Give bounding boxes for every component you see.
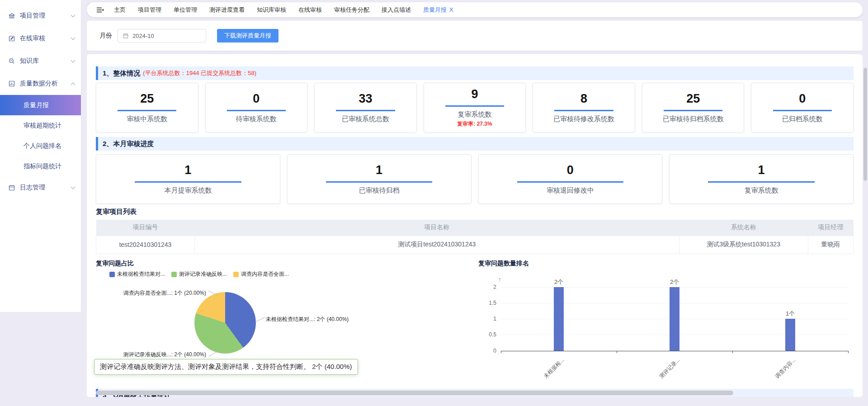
report-panel: 1、整体情况 (平台系统总数：1944 已提交系统总数：58) 25审核中系统数…	[87, 54, 863, 397]
stat-card: 0审核退回修改中	[478, 154, 663, 204]
sidebar-item-online-review[interactable]: 在线审核	[0, 27, 81, 50]
nav-tab-1[interactable]: 项目管理	[138, 6, 161, 14]
stat-label: 已审核系统总数	[342, 115, 389, 123]
stat-value: 1	[184, 163, 191, 177]
stat-underline	[135, 181, 241, 183]
pie-label-survey-content: 调查内容是否全面...: 1个 (20.00%)	[108, 289, 206, 297]
section-title: 1、整体情况	[103, 69, 140, 78]
sidebar-item-log-management[interactable]: 日志管理	[0, 176, 81, 199]
legend-item[interactable]: 未根据检查结果对...	[109, 270, 165, 278]
stat-value: 0	[253, 92, 259, 106]
x-axis-tick	[732, 351, 733, 353]
vertical-scrollbar[interactable]	[863, 68, 867, 181]
y-tick-label: 0.5	[478, 331, 496, 338]
nav-tab-0[interactable]: 主页	[114, 6, 126, 14]
table-cell: 测试3级系统test10301323	[679, 236, 808, 254]
sidebar-item-label: 在线审核	[20, 34, 71, 42]
month-picker[interactable]	[118, 29, 206, 42]
bar	[554, 287, 564, 351]
sidebar-item-project-management[interactable]: 项目管理	[0, 5, 81, 27]
legend-color-chip	[171, 272, 177, 277]
download-report-button[interactable]: 下载测评质量月报	[217, 29, 278, 42]
stat-card: 0已归档系统数	[751, 83, 854, 132]
calendar-icon	[123, 33, 129, 39]
sidebar-subitem-indicator-issue-stats[interactable]: 指标问题统计	[0, 156, 81, 176]
legend-label: 未根据检查结果对...	[117, 270, 165, 278]
section-header-progress: 2、本月审核进度	[96, 137, 854, 151]
knowledge-icon	[8, 57, 15, 65]
pie-chart	[194, 292, 256, 354]
stat-underline	[708, 181, 814, 183]
active-tab-label: 质量月报	[423, 6, 447, 13]
stat-card: 25已审核待归档系统数	[642, 83, 745, 132]
nav-tab-7[interactable]: 接入点描述	[382, 6, 411, 14]
x-category-label: 调查内容...	[763, 356, 797, 391]
pie-label-line	[255, 316, 265, 321]
legend-item[interactable]: 测评记录准确反映...	[171, 270, 227, 278]
sidebar-item-label: 质量数据分析	[20, 80, 71, 88]
review-table-title: 复审项目列表	[96, 208, 854, 216]
nav-tab-4[interactable]: 知识库审核	[257, 6, 286, 14]
table-cell: test202410301243	[96, 236, 195, 254]
sidebar-subitem-quality-monthly-report[interactable]: 质量月报	[0, 95, 81, 115]
stat-card: 9复审系统数复审率: 27.3%	[424, 83, 526, 132]
pie-label-eval-record: 测评记录准确反映...: 2个 (40.00%)	[108, 351, 206, 359]
bank-icon	[8, 12, 15, 19]
overview-stat-cards: 25审核中系统数0待审核系统数33已审核系统总数9复审系统数复审率: 27.3%…	[96, 83, 854, 132]
stat-label: 已审核待归档	[359, 186, 400, 195]
stat-underline	[664, 110, 722, 111]
horizontal-scrollbar[interactable]	[96, 391, 733, 395]
stat-extra-note: 复审率: 27.3%	[457, 120, 492, 128]
sidebar-subitem-personal-issue-ranking[interactable]: 个人问题排名	[0, 136, 81, 156]
analysis-icon	[8, 80, 15, 87]
stat-card: 33已审核系统总数	[314, 83, 417, 132]
x-axis-tick	[501, 351, 501, 353]
section-title: 2、本月审核进度	[103, 140, 154, 148]
stat-label: 已审核待归档系统数	[663, 115, 724, 123]
stat-label: 已审核待修改系统数	[553, 115, 614, 123]
nav-tab-2[interactable]: 单位管理	[174, 6, 197, 14]
nav-tab-5[interactable]: 在线审核	[298, 6, 322, 14]
collapse-menu-icon[interactable]	[96, 6, 104, 14]
sidebar-item-quality-data-analysis[interactable]: 质量数据分析	[0, 72, 81, 95]
stat-value: 0	[567, 163, 574, 177]
stat-card: 1本月提审系统数	[96, 154, 280, 204]
bar-value-label: 2个	[554, 278, 563, 286]
stat-value: 1	[376, 163, 382, 177]
stat-label: 本月提审系统数	[164, 186, 212, 195]
stat-underline	[517, 181, 623, 183]
month-label: 月份	[99, 32, 112, 40]
legend-item[interactable]: 调查内容是否全面...	[233, 270, 289, 278]
x-axis-line	[501, 351, 848, 351]
section-header-overview: 1、整体情况 (平台系统总数：1944 已提交系统总数：58)	[96, 66, 854, 80]
close-icon[interactable]: X	[449, 6, 453, 13]
stat-card: 8已审核待修改系统数	[533, 83, 635, 132]
stat-card: 25审核中系统数	[96, 83, 198, 132]
sidebar-item-knowledge-base[interactable]: 知识库	[0, 50, 81, 72]
table-header-cell: 项目名称	[194, 220, 679, 236]
chevron-down-icon	[71, 184, 75, 189]
stat-underline	[227, 110, 286, 111]
bar-chart-box: 复审问题数量排名 ↑ 00.511.522个未根据检...2个测评记录...1个…	[478, 260, 854, 384]
stat-value: 1	[758, 163, 765, 177]
x-category-label: 未根据检...	[532, 356, 566, 391]
stat-value: 0	[799, 92, 806, 106]
charts-row: 复审问题占比 未根据检查结果对...测评记录准确反映...调查内容是否全面...…	[96, 260, 854, 384]
table-header-cell: 项目编号	[96, 220, 195, 236]
sidebar-subitem-review-overdue-stats[interactable]: 审核超期统计	[0, 115, 81, 136]
stat-label: 待审核系统数	[236, 115, 277, 123]
table-cell: 测试项目test202410301243	[194, 236, 679, 254]
nav-tab-6[interactable]: 审核任务分配	[334, 6, 369, 14]
table-cell: 董晓雨	[808, 236, 854, 254]
month-input[interactable]	[132, 33, 201, 39]
chevron-down-icon	[71, 35, 75, 40]
chevron-down-icon	[71, 13, 75, 17]
y-tick-label: 2	[478, 284, 496, 290]
stat-underline	[326, 181, 432, 183]
table-body: test202410301243测试项目test202410301243测试3级…	[96, 236, 854, 254]
stat-value: 25	[140, 92, 154, 106]
bar-value-label: 2个	[670, 278, 679, 286]
y-tick-label: 1.5	[478, 300, 496, 306]
nav-tab-3[interactable]: 测评进度查看	[209, 6, 245, 14]
nav-tab-quality-monthly-report-active[interactable]: 质量月报X	[423, 6, 453, 14]
